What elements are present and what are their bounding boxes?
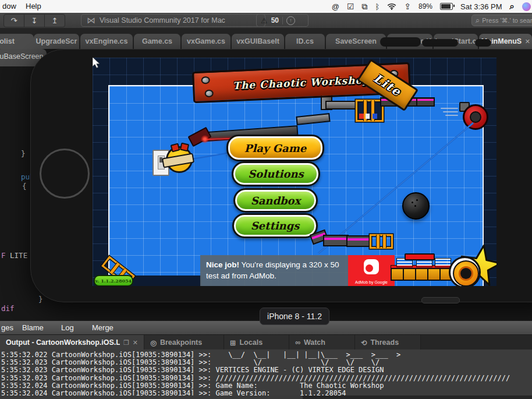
divider [282, 17, 283, 24]
code-fragment: { [22, 182, 27, 190]
step-out-button[interactable]: ↥ [45, 15, 65, 27]
siri-icon[interactable] [522, 2, 531, 11]
global-search[interactable]: ⌕ Press '⌘.' to search [471, 15, 532, 26]
tab-overlay [380, 37, 421, 47]
wifi-icon[interactable] [387, 3, 396, 10]
mouse-cursor [93, 58, 101, 69]
game-screen[interactable]: Play Game Solutions Sandbox Settings [93, 58, 496, 286]
debug-button-group: ↷ ↧ ↥ [3, 14, 65, 27]
vs-toolbar: ↷ ↧ ↥ ⋈ Visual Studio Community 2017 for… [0, 13, 532, 29]
notification-area: ⚠ 50 ↑ [256, 14, 308, 27]
output-panel-header: Output - CartoonWorkshop.iOS.Lite ❐ ✕ ◎B… [0, 334, 532, 350]
tab-id[interactable]: ID.cs [285, 34, 325, 49]
ad-text: Nice job! You're displaying a 320 x 50 t… [200, 255, 348, 286]
watch-icon: ∞ [295, 338, 300, 347]
home-button[interactable] [40, 149, 90, 199]
output-title: Output - CartoonWorkshop.iOS.Lite [6, 338, 120, 347]
ladder-rung [109, 263, 120, 274]
conveyor-segment [323, 235, 349, 246]
spring-platform [405, 253, 435, 260]
tab-vxguibaseitem[interactable]: vxGUIBaseIt [232, 34, 284, 49]
admob-brand: AdMob by Google [348, 280, 395, 284]
code-fragment: } [38, 295, 43, 303]
breakpoints-icon: ◎ [150, 338, 157, 347]
play-game-button[interactable]: Play Game [226, 135, 324, 161]
display-icon[interactable]: ⧉ [361, 2, 367, 12]
macos-menubar: dow Help @ ☑ ⧉ ᛒ ⇪ 89% Sat 3:36 PM ⌕ [0, 0, 532, 13]
tab-vxgame[interactable]: vxGame.cs [182, 34, 230, 49]
vs-logo-icon: ⋈ [87, 15, 95, 26]
dock-icon[interactable]: ❐ [123, 339, 129, 347]
warning-count[interactable]: 50 [271, 16, 279, 24]
bowling-ball[interactable] [402, 192, 430, 220]
device-label: iPhone 8 - 11.2 [260, 308, 329, 325]
menu-help[interactable]: Help [26, 2, 41, 10]
game-title: The Chaotic Workshop [233, 74, 370, 91]
console-line: 5:35:32.023 CartoonWorkshop.iOS[19035:38… [1, 366, 532, 374]
feedback-icon[interactable]: ↑ [286, 16, 295, 25]
code-fragment: dif [1, 304, 15, 313]
spring [435, 258, 451, 267]
tab-close-icon[interactable]: ✕ [525, 38, 530, 45]
tab-overlay [422, 39, 458, 47]
admob-logo-panel: AdMob by Google [348, 255, 395, 286]
step-over-button[interactable]: ↧ [24, 15, 45, 27]
tab-merge[interactable]: Merge [92, 323, 114, 332]
desktop: dow Help @ ☑ ⧉ ᛒ ⇪ 89% Sat 3:36 PM ⌕ ↷ ↧… [0, 0, 532, 399]
checkbox-icon[interactable]: ☑ [347, 2, 354, 11]
scrollbar-thumb[interactable] [0, 396, 303, 399]
battery-icon [440, 3, 453, 10]
solutions-button[interactable]: Solutions [232, 161, 320, 186]
rivet [201, 76, 210, 84]
spotlight-icon[interactable]: ⌕ [510, 1, 515, 12]
tab-olist[interactable]: olist [0, 34, 34, 49]
admob-icon [364, 259, 379, 274]
run-configuration[interactable]: ⋈ Visual Studio Community 2017 for Mac [81, 14, 265, 27]
warning-icon[interactable]: ⚠ [261, 16, 268, 25]
horizontal-scrollbar [0, 396, 532, 399]
tab-watch[interactable]: ∞Watch [289, 335, 355, 350]
tab-savescreen[interactable]: SaveScreen [326, 34, 386, 49]
close-icon[interactable]: ✕ [133, 339, 138, 347]
application-output[interactable]: 5:35:32.022 CartoonWorkshop.iOS[19035:38… [0, 349, 532, 396]
tab-output[interactable]: Output - CartoonWorkshop.iOS.Lite ❐ ✕ [0, 335, 144, 350]
settings-button[interactable]: Settings [232, 213, 318, 238]
tab-vxengine[interactable]: vxEngine.cs [80, 34, 133, 49]
tab-game[interactable]: Game.cs [134, 34, 180, 49]
ladder-rail [370, 234, 393, 249]
simulator-window[interactable]: Play Game Solutions Sandbox Settings [30, 49, 532, 302]
ladder-rung [376, 235, 380, 248]
window-resize-handle[interactable] [421, 297, 460, 303]
tab-threads[interactable]: ⟲Threads [355, 335, 421, 350]
battery-percent: 89% [418, 2, 432, 10]
mirroring-icon[interactable]: ⇪ [404, 2, 411, 11]
version-badge: v. 1.1.2.28054 [94, 275, 133, 286]
ide-title: Visual Studio Community 2017 for Mac [100, 16, 225, 24]
menu-window[interactable]: dow [2, 2, 16, 10]
tab-blame[interactable]: Blame [22, 323, 44, 332]
tab-locals[interactable]: ⊞Locals [224, 335, 289, 350]
ladder-rung [382, 235, 386, 248]
menubar-clock[interactable]: Sat 3:36 PM [460, 2, 502, 11]
rivet [204, 90, 214, 98]
threads-icon: ⟲ [361, 338, 367, 347]
menubar-status: @ ☑ ⧉ ᛒ ⇪ 89% Sat 3:36 PM ⌕ [332, 0, 531, 13]
at-icon[interactable]: @ [332, 2, 339, 11]
donut-wheel[interactable] [449, 256, 481, 286]
tab-breakpoints[interactable]: ◎Breakpoints [144, 335, 224, 350]
code-fragment: F LITE [1, 251, 27, 260]
console-line: 5:35:32.023 CartoonWorkshop.iOS[19035:38… [1, 375, 532, 382]
code-fragment: } [21, 149, 26, 158]
tab-changes[interactable]: ges [1, 323, 13, 332]
tab-log[interactable]: Log [61, 323, 74, 332]
conveyor-segment [346, 235, 372, 247]
sandbox-button[interactable]: Sandbox [233, 188, 318, 213]
tab-upgradescreen[interactable]: UpgradeScr [34, 34, 79, 49]
bluetooth-icon[interactable]: ᛒ [375, 2, 380, 11]
search-placeholder: Press '⌘.' to search [482, 17, 532, 24]
tab-overlay [475, 39, 491, 47]
continue-button[interactable]: ↷ [4, 15, 24, 27]
admob-banner[interactable]: Nice job! You're displaying a 320 x 50 t… [200, 255, 395, 286]
search-icon: ⌕ [476, 16, 480, 25]
locals-icon: ⊞ [230, 338, 236, 347]
